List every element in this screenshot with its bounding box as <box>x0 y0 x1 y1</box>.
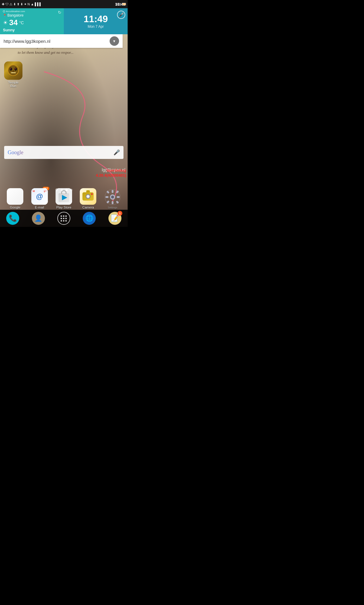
accuweather-logo: AccuWeather.com <box>3 10 61 13</box>
date-display: Mon 7 Apr <box>88 25 104 29</box>
app-drawer-button[interactable] <box>52 212 76 225</box>
warning-icon: ⚠ <box>9 3 12 6</box>
add-icon: ✚ <box>2 3 4 6</box>
svg-point-4 <box>10 69 11 69</box>
shield-icon: 🛡 <box>5 3 9 6</box>
signal-icon: ▌▌▌ <box>35 3 42 6</box>
temperature-value: 34 <box>9 18 18 27</box>
url-text: http://www.lgg3kopen.nl <box>4 39 110 44</box>
weather-left-panel: AccuWeather.com 📍 Bangalore ☀ 34 °C Sunn… <box>0 8 64 34</box>
download-in-icon: ⬇ <box>13 3 16 6</box>
svg-rect-17 <box>117 196 120 198</box>
phone-icon-circle: 📞 <box>6 212 19 225</box>
contacts-icon-circle: 👤 <box>32 212 45 225</box>
nav-g-dot: G <box>55 188 58 192</box>
contacts-icon: 👤 <box>34 214 42 222</box>
wifi-icon: ▲ <box>31 3 34 6</box>
system-bar: 📞 👤 🌐 <box>0 210 128 227</box>
svg-rect-15 <box>112 201 113 204</box>
google-app-label: Google <box>10 206 20 209</box>
weather-location: 📍 Bangalore <box>3 13 61 17</box>
phone-button[interactable]: 📞 <box>1 212 25 225</box>
notes-button[interactable]: 1 📝 <box>103 212 127 225</box>
weather-refresh-button[interactable]: ↻ <box>58 10 61 15</box>
debug-text: userdebug 4.20.4(42000401) <box>96 168 126 178</box>
svg-rect-16 <box>105 196 108 198</box>
clock-display: 11:49 <box>84 14 108 24</box>
svg-rect-20 <box>106 200 110 204</box>
upload-icon: ⬆ <box>17 3 20 6</box>
notes-icon-circle: 1 📝 <box>108 212 121 225</box>
voice-search-icon[interactable]: 🎤 <box>113 149 120 156</box>
playstore-app-label: Play Store <box>56 206 72 209</box>
download-icon: ⬇ <box>20 3 23 6</box>
weather-condition: Sunny <box>3 28 61 32</box>
voice-search-button[interactable]: 🎤 <box>117 11 125 19</box>
apps-grid-icon <box>61 215 67 222</box>
svg-point-13 <box>111 196 114 199</box>
svg-rect-21 <box>116 201 119 204</box>
svg-point-5 <box>15 69 16 69</box>
temperature-unit: °C <box>19 20 24 25</box>
contacts-button[interactable]: 👤 <box>27 212 50 225</box>
browser-icon: 🌐 <box>85 214 93 222</box>
weather-widget: AccuWeather.com 📍 Bangalore ☀ 34 °C Sunn… <box>0 8 128 34</box>
phone-icon: 📞 <box>9 214 17 222</box>
nav-dot-2-active <box>65 189 68 191</box>
google-logo: Google <box>8 149 113 156</box>
status-bar: ✚ 🛡 ⚠ ⬇ ⬆ ⬇ ✦ N ▲ ▌▌▌ 14% 11:49 <box>0 0 128 8</box>
camera-app-label: Camera <box>82 206 94 209</box>
main-content: It's better to just quietly miss someo..… <box>0 8 128 227</box>
google-search-bar[interactable]: Google 🎤 <box>4 146 124 159</box>
bluetooth-icon: ✦ <box>24 3 27 6</box>
browser-button[interactable]: 🌐 <box>77 212 101 225</box>
email-app-label: E-mail <box>35 206 44 209</box>
settings-app-label: Settings <box>108 206 117 209</box>
status-time: 11:49 <box>116 2 125 6</box>
nav-dot-3 <box>70 189 72 191</box>
weather-right-panel: 🎤 11:49 Mon 7 Apr <box>64 8 128 34</box>
temperature-row: ☀ 34 °C <box>3 18 61 27</box>
sun-icon: ☀ <box>3 19 8 26</box>
nfc-icon: N <box>27 3 30 6</box>
url-bar[interactable]: http://www.lgg3kopen.nl ▾ <box>0 34 123 48</box>
app-drawer-icon-circle <box>57 212 70 225</box>
temple-run-label: Temple Run <box>8 81 18 88</box>
temple-run-icon-image <box>4 61 22 80</box>
quote-text-line2: to let them know and get no respor... <box>18 50 74 55</box>
status-icons-left: ✚ 🛡 ⚠ ⬇ ⬆ ⬇ ✦ N ▲ ▌▌▌ <box>2 3 42 6</box>
temple-run-app-icon[interactable]: Temple Run <box>4 61 22 88</box>
nav-dots: G <box>0 188 128 192</box>
notes-icon: 📝 <box>111 214 119 222</box>
notes-badge: 1 <box>118 211 122 216</box>
location-pin-icon: 📍 <box>3 14 6 17</box>
url-dropdown-button[interactable]: ▾ <box>110 36 119 46</box>
nav-dot-1 <box>61 189 63 191</box>
browser-icon-circle: 🌐 <box>83 212 96 225</box>
